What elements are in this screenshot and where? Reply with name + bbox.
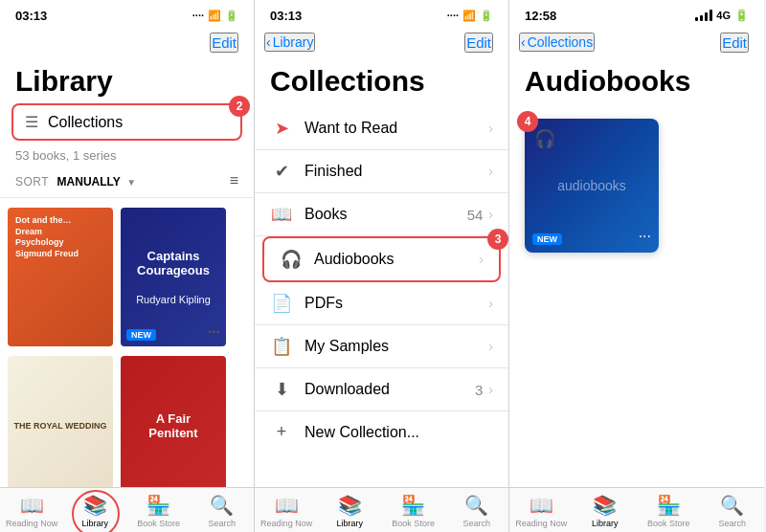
chevron-left-icon-2: ‹: [266, 34, 271, 50]
my-samples-icon: 📋: [270, 336, 293, 357]
tab-library-1[interactable]: 📚 Library: [63, 494, 126, 528]
audiobooks-cover-label: audiobooks: [557, 178, 626, 193]
collection-item-my-samples[interactable]: 📋 My Samples ›: [255, 325, 508, 368]
bookstore-icon-2: 🏪: [401, 494, 425, 517]
search-icon-2: 🔍: [464, 494, 488, 517]
edit-button-2[interactable]: Edit: [464, 33, 493, 53]
signal-bars-3: [695, 10, 712, 21]
status-time-1: 03:13: [15, 9, 47, 23]
tab-reading-now-3[interactable]: 📖 Reading Now: [509, 494, 574, 528]
plus-icon: +: [270, 422, 293, 442]
badge-3: 3: [487, 229, 508, 250]
signal-icon-1: ····: [192, 10, 204, 21]
downloaded-icon: ⬇: [270, 379, 293, 400]
badge-4: 4: [517, 111, 538, 132]
chevron-books: ›: [488, 207, 493, 222]
book-cover-royal-wedding[interactable]: THE ROYAL WEDDING: [8, 356, 113, 487]
new-collection-item[interactable]: + New Collection...: [255, 411, 508, 453]
status-bar-2: 03:13 ···· 📶 🔋: [255, 0, 508, 27]
nav-bar-1: Edit: [0, 27, 254, 61]
tab-search-1[interactable]: 🔍 Search: [191, 494, 254, 528]
audiobooks-icon: 🎧: [280, 249, 303, 270]
chevron-downloaded: ›: [488, 382, 493, 397]
back-button-2[interactable]: ‹ Library: [264, 33, 315, 52]
tab-bar-3: 📖 Reading Now 📚 Library 🏪 Book Store 🔍 S…: [509, 487, 764, 532]
books-label: Books: [304, 206, 467, 223]
collections-row[interactable]: ☰ Collections 2: [11, 103, 242, 141]
book-row-1: Dot and the…DreamPsychologySigmund Freud…: [8, 208, 246, 346]
tab-search-2[interactable]: 🔍 Search: [445, 494, 508, 528]
library-panel: 03:13 ···· 📶 🔋 Edit Library ☰ Collection…: [0, 0, 255, 532]
nav-bar-2: ‹ Library Edit: [255, 27, 508, 61]
audiobooks-panel: 12:58 4G 🔋 ‹ Collections Edit Audiobooks…: [509, 0, 764, 532]
tab-label-reading-now-3: Reading Now: [515, 519, 567, 528]
sort-bar: SORT MANUALLY ▼ ≡: [0, 168, 254, 198]
tab-reading-now-2[interactable]: 📖 Reading Now: [255, 494, 318, 528]
collection-item-downloaded[interactable]: ⬇ Downloaded 3 ›: [255, 368, 508, 411]
library-icon-3: 📚: [593, 494, 617, 517]
books-icon: 📖: [270, 204, 293, 225]
tab-label-reading-now-1: Reading Now: [6, 519, 57, 528]
battery-icon-1: 🔋: [225, 10, 238, 22]
tab-label-reading-now-2: Reading Now: [260, 519, 312, 528]
audiobooks-grid: 4 🎧 audiobooks NEW ···: [509, 107, 764, 264]
edit-button-1[interactable]: Edit: [210, 33, 238, 53]
tab-label-bookstore-2: Book Store: [392, 519, 435, 528]
book-cover-kipling[interactable]: CaptainsCourageousRudyard Kipling NEW ··…: [121, 208, 226, 346]
sort-label: SORT MANUALLY ▼: [15, 172, 136, 189]
tab-label-library-2: Library: [337, 519, 364, 528]
status-icons-2: ···· 📶 🔋: [447, 10, 493, 22]
more-button-kipling[interactable]: ···: [208, 323, 220, 341]
collection-item-audiobooks[interactable]: 🎧 Audiobooks › 3: [262, 236, 501, 282]
chevron-my-samples: ›: [488, 339, 493, 354]
tab-bookstore-2[interactable]: 🏪 Book Store: [382, 494, 445, 528]
signal-icon-2: ····: [447, 10, 459, 21]
tab-search-3[interactable]: 🔍 Search: [701, 494, 765, 528]
edit-button-3[interactable]: Edit: [720, 33, 749, 53]
status-bar-1: 03:13 ···· 📶 🔋: [0, 0, 254, 27]
downloaded-label: Downloaded: [304, 381, 475, 398]
chevron-finished: ›: [488, 164, 493, 179]
collection-item-books[interactable]: 📖 Books 54 ›: [255, 193, 508, 236]
collection-item-finished[interactable]: ✔ Finished ›: [255, 150, 508, 193]
status-bar-3: 12:58 4G 🔋: [509, 0, 764, 27]
tab-bookstore-1[interactable]: 🏪 Book Store: [127, 494, 191, 528]
hamburger-icon: ☰: [25, 113, 38, 131]
collection-item-want-to-read[interactable]: ➤ Want to Read ›: [255, 107, 508, 150]
new-collection-label: New Collection...: [304, 424, 419, 441]
book-row-2: THE ROYAL WEDDING A FairPenitent: [8, 356, 246, 487]
tab-library-2[interactable]: 📚 Library: [318, 494, 381, 528]
library-title: Library: [0, 61, 254, 103]
wifi-icon-2: 📶: [462, 10, 476, 22]
back-button-3[interactable]: ‹ Collections: [519, 33, 595, 52]
tab-label-bookstore-1: Book Store: [137, 519, 180, 528]
tab-bar-2: 📖 Reading Now 📚 Library 🏪 Book Store 🔍 S…: [255, 487, 508, 532]
audiobook-cover[interactable]: 🎧 audiobooks NEW ···: [525, 119, 659, 253]
tab-library-3[interactable]: 📚 Library: [574, 494, 638, 528]
more-button-audio[interactable]: ···: [639, 228, 651, 245]
collection-item-pdfs[interactable]: 📄 PDFs ›: [255, 282, 508, 325]
network-label-3: 4G: [716, 10, 731, 21]
tab-bookstore-3[interactable]: 🏪 Book Store: [637, 494, 701, 528]
books-count-badge: 54: [467, 207, 484, 223]
battery-icon-2: 🔋: [480, 10, 493, 22]
search-icon-1: 🔍: [210, 494, 234, 517]
audiobooks-label: Audiobooks: [314, 251, 479, 268]
bookstore-icon-1: 🏪: [146, 494, 170, 517]
my-samples-label: My Samples: [304, 338, 488, 355]
status-icons-3: 4G 🔋: [695, 9, 749, 22]
book-shelf: Dot and the…DreamPsychologySigmund Freud…: [0, 198, 254, 487]
tab-label-bookstore-3: Book Store: [647, 519, 690, 528]
badge-2: 2: [229, 96, 250, 117]
list-view-icon[interactable]: ≡: [230, 172, 238, 189]
wifi-icon-1: 📶: [208, 10, 221, 22]
tab-label-search-2: Search: [463, 519, 491, 528]
tab-reading-now-1[interactable]: 📖 Reading Now: [0, 494, 63, 528]
new-badge-audio: NEW: [532, 233, 562, 245]
battery-icon-3: 🔋: [734, 9, 749, 22]
book-cover-freud[interactable]: Dot and the…DreamPsychologySigmund Freud: [8, 208, 113, 346]
back-label-2: Library: [273, 34, 314, 50]
status-time-3: 12:58: [525, 9, 556, 23]
tab-label-search-1: Search: [209, 519, 237, 528]
book-cover-fair-penitent[interactable]: A FairPenitent: [121, 356, 226, 487]
